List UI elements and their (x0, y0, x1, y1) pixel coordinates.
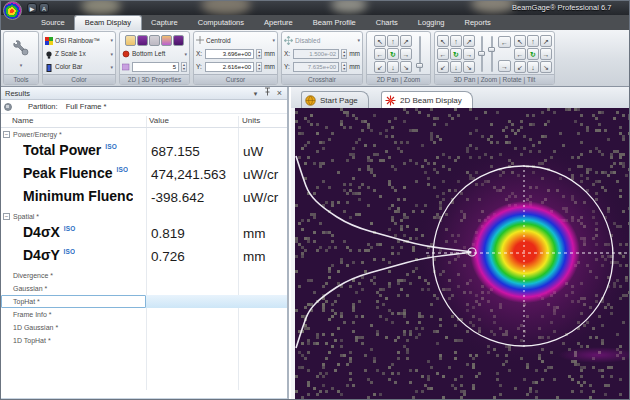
pan2d-arrow-button-8[interactable]: ↘ (400, 61, 412, 73)
pan3d-arrow-button-6[interactable]: ↙ (437, 61, 449, 73)
result-row-d4-y[interactable]: D4σY ISO0.726mm (1, 246, 287, 269)
ribbon-tab-logging[interactable]: Logging (408, 15, 455, 30)
pan2d-arrow-button-7[interactable]: ↓ (387, 61, 399, 73)
result-value: 474,241.563 (151, 167, 226, 182)
decimals-field[interactable]: 5 (132, 62, 179, 72)
result-group-tophat-[interactable]: TopHat * (1, 295, 287, 308)
view-tab-start-page[interactable]: Start Page (301, 91, 369, 108)
zoom-2d-slider[interactable] (416, 35, 423, 73)
rotate3d-arrow-button-7[interactable]: ↓ (527, 61, 539, 73)
result-group-1d-gaussian-[interactable]: 1D Gaussian * (1, 321, 287, 334)
osi-rainbow--dropdown[interactable]: OSI Rainbow™▾ (45, 34, 113, 46)
collapse-icon[interactable]: − (3, 131, 10, 138)
pan2d-arrow-button-2[interactable]: ↗ (400, 35, 412, 47)
rotate3d-arrow-button-6[interactable]: ↙ (514, 61, 526, 73)
chevron-down-icon: ▾ (184, 51, 187, 57)
result-group-spatial-[interactable]: −Spatial * (1, 210, 287, 223)
view-tab-2d-beam-display[interactable]: 2D Beam Display (381, 91, 473, 108)
pan3d-arrow-button-2[interactable]: ↗ (463, 35, 475, 47)
pan3d-arrow-button-0[interactable]: ↖ (437, 35, 449, 47)
origin-position-dropdown[interactable]: Bottom Left ▾ (122, 48, 187, 60)
pan3d-arrow-button-1[interactable]: ↑ (450, 35, 462, 47)
ribbon-tab-aperture[interactable]: Aperture (254, 15, 303, 30)
mode-button-2[interactable] (137, 35, 148, 46)
column-header-value[interactable]: Value (149, 114, 169, 128)
ribbon-tab-reports[interactable]: Reports (455, 15, 501, 30)
pan3d-reset-button[interactable]: ↻ (450, 48, 462, 60)
ribbon-tab-computations[interactable]: Computations (188, 15, 254, 30)
crosshair-x-row: X: 1.500e-02 ▲▼ mm (284, 48, 360, 60)
ribbon-tab-beam-profile[interactable]: Beam Profile (303, 15, 366, 30)
ribbon-tab-capture[interactable]: Capture (141, 15, 188, 30)
title-bar: BeamGage® Professional 6.7 (1, 1, 630, 15)
partition-gear-icon (4, 103, 12, 111)
pan3d-arrow-button-3[interactable]: ← (437, 48, 449, 60)
mode-button-5[interactable] (173, 35, 184, 46)
decimals-spinner[interactable]: ▲▼ (181, 62, 187, 72)
quick-access-annotation-icon[interactable]: A (39, 3, 49, 13)
z-scale-1x-dropdown[interactable]: Z Scale 1x▾ (45, 48, 113, 60)
crosshair-cursor-icon (196, 36, 204, 44)
rotate3d-arrow-button-2[interactable]: ↗ (540, 35, 552, 47)
panel-pin-icon[interactable] (262, 87, 273, 100)
mode-button-4[interactable] (161, 35, 172, 46)
rotate3d-reset-button[interactable]: ↻ (527, 48, 539, 60)
pan3d-arrow-button-5[interactable]: → (463, 48, 475, 60)
rotate3d-arrow-button-3[interactable]: ← (514, 48, 526, 60)
pan2d-arrow-button-3[interactable]: ← (374, 48, 386, 60)
tilt-3d-slider[interactable] (488, 35, 495, 73)
cursor-x-field[interactable]: 3.696e+00 (205, 49, 254, 59)
iso-badge: ISO (64, 225, 76, 232)
result-row-minimum-fluenc[interactable]: Minimum Fluenc-398.642uW/cr (1, 187, 287, 210)
group-cursor: Centroid ▾ X: 3.696e+00 ▲▼ mm Y: 2.616e+… (193, 31, 278, 85)
result-group-1d-tophat-[interactable]: 1D TopHat * (1, 334, 287, 347)
pan2d-arrow-button-0[interactable]: ↖ (374, 35, 386, 47)
app-logo-beam-icon[interactable] (3, 1, 22, 20)
color-bar-dropdown[interactable]: Color Bar▾ (45, 61, 113, 73)
rotate3d-arrow-button-5[interactable]: → (540, 48, 552, 60)
group-crosshair: Disabled ▾ X: 1.500e-02 ▲▼ mm Y: 7.635e+… (281, 31, 363, 85)
result-group-frame-info-[interactable]: Frame Info * (1, 308, 287, 321)
result-group-power-energy-[interactable]: −Power/Energy * (1, 128, 287, 141)
result-row-peak-fluence[interactable]: Peak Fluence ISO474,241.563uW/cr (1, 164, 287, 187)
quick-access-play-icon[interactable]: ▶ (27, 3, 37, 13)
pan2d-arrow-button-6[interactable]: ↙ (374, 61, 386, 73)
beam-display-panel (291, 108, 630, 400)
wrench-gear-icon[interactable] (12, 39, 30, 57)
ribbon-tab-beam-display[interactable]: Beam Display (75, 16, 141, 30)
rotate-left-button[interactable]: ← (498, 36, 511, 48)
beam-2d-image[interactable] (295, 108, 630, 400)
rotate3d-arrow-button-8[interactable]: ↘ (540, 61, 552, 73)
pan2d-arrow-button-5[interactable]: → (400, 48, 412, 60)
panel-close-icon[interactable]: × (274, 87, 285, 100)
pan2d-arrow-button-1[interactable]: ↑ (387, 35, 399, 47)
cursor-x-spinner[interactable]: ▲▼ (256, 49, 262, 59)
ribbon-tab-source[interactable]: Source (31, 15, 75, 30)
ribbon-tab-charts[interactable]: Charts (366, 15, 408, 30)
result-group-gaussian-[interactable]: Gaussian * (1, 282, 287, 295)
cursor-mode-dropdown[interactable]: Centroid ▾ (196, 34, 275, 46)
cursor-y-spinner[interactable]: ▲▼ (256, 62, 262, 72)
tools-dropdown-caret[interactable]: ▾ (20, 62, 23, 68)
pan3d-arrow-button-7[interactable]: ↓ (450, 61, 462, 73)
cursor-y-field[interactable]: 2.616e+00 (205, 62, 254, 72)
partition-row[interactable]: Partition: Full Frame * (1, 100, 287, 114)
mode-button-1[interactable] (125, 35, 136, 46)
column-header-units[interactable]: Units (242, 114, 260, 128)
rotate-right-button[interactable]: → (498, 60, 511, 72)
zoom-3d-slider[interactable] (478, 35, 485, 73)
rotate3d-arrow-button-1[interactable]: ↑ (527, 35, 539, 47)
mode-button-3[interactable] (149, 35, 160, 46)
result-value: 687.155 (151, 144, 200, 159)
panel-dropdown-icon[interactable]: ▾ (250, 87, 261, 100)
result-group-divergence-[interactable]: Divergence * (1, 269, 287, 282)
rotate3d-arrow-button-0[interactable]: ↖ (514, 35, 526, 47)
result-row-total-power[interactable]: Total Power ISO687.155uW (1, 141, 287, 164)
result-row-d4-x[interactable]: D4σX ISO0.819mm (1, 223, 287, 246)
glass-blob (331, 1, 367, 13)
pan2d-reset-button[interactable]: ↻ (387, 48, 399, 60)
collapse-icon[interactable]: − (3, 213, 10, 220)
crosshair-mode-dropdown[interactable]: Disabled ▾ (284, 34, 360, 46)
column-header-name[interactable]: Name (12, 114, 33, 128)
pan3d-arrow-button-8[interactable]: ↘ (463, 61, 475, 73)
